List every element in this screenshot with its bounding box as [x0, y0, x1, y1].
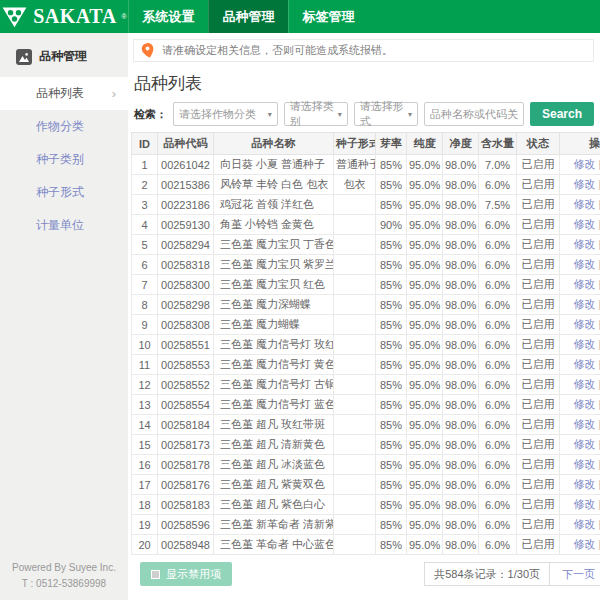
cell-clean: 98.0%	[443, 195, 479, 215]
cell-purity: 95.0%	[407, 535, 443, 555]
edit-link[interactable]: 修改	[574, 178, 596, 190]
cell-actions: 修改 | 禁用	[560, 375, 600, 395]
edit-link[interactable]: 修改	[574, 278, 596, 290]
action-separator: |	[596, 498, 600, 510]
cell-germ: 85%	[376, 155, 407, 175]
cell-germ: 85%	[376, 255, 407, 275]
sidebar-item-seed-type[interactable]: 种子类别	[0, 143, 128, 176]
cell-moisture: 6.0%	[479, 435, 517, 455]
edit-link[interactable]: 修改	[574, 358, 596, 370]
sidebar-menu: 品种列表›作物分类种子类别种子形式计量单位	[0, 77, 128, 242]
edit-link[interactable]: 修改	[574, 258, 596, 270]
search-label: 检索：	[134, 107, 167, 122]
powered-by-text: Powered By Suyee Inc.	[0, 560, 128, 576]
search-button[interactable]: Search	[530, 102, 594, 126]
edit-link[interactable]: 修改	[574, 318, 596, 330]
notice-text: 请准确设定相关信息，否则可能造成系统报错。	[162, 43, 393, 58]
edit-link[interactable]: 修改	[574, 478, 596, 490]
sidebar-item-variety-list[interactable]: 品种列表›	[0, 77, 128, 110]
cell-name: 三色堇 超凡 玫红带斑	[214, 415, 334, 435]
edit-link[interactable]: 修改	[574, 538, 596, 550]
cell-actions: 修改 | 禁用	[560, 455, 600, 475]
cell-purity: 95.0%	[407, 235, 443, 255]
main-content: 请准确设定相关信息，否则可能造成系统报错。 品种列表 检索： 请选择作物分类▾请…	[128, 33, 600, 600]
cell-form	[334, 395, 376, 415]
next-page-button[interactable]: 下一页	[550, 562, 600, 586]
table-row: 1200258552三色堇 魔力信号灯 古铜色85%95.0%98.0%6.0%…	[132, 375, 600, 395]
cell-purity: 95.0%	[407, 315, 443, 335]
select-value: 请选择作物分类	[179, 107, 256, 122]
crop-category-select[interactable]: 请选择作物分类▾	[173, 102, 278, 126]
cell-form: 包衣	[334, 175, 376, 195]
edit-link[interactable]: 修改	[574, 498, 596, 510]
edit-link[interactable]: 修改	[574, 378, 596, 390]
edit-link[interactable]: 修改	[574, 298, 596, 310]
cell-purity: 95.0%	[407, 375, 443, 395]
cell-germ: 85%	[376, 175, 407, 195]
tab-system-settings[interactable]: 系统设置	[128, 0, 208, 33]
column-header-1: 品种代码	[158, 133, 214, 155]
sidebar-section-title: 品种管理	[39, 48, 87, 65]
page-title: 品种列表	[134, 72, 594, 95]
cell-status: 已启用	[517, 495, 560, 515]
cell-germ: 85%	[376, 235, 407, 255]
edit-link[interactable]: 修改	[574, 458, 596, 470]
cell-clean: 98.0%	[443, 335, 479, 355]
cell-id: 7	[132, 275, 158, 295]
cell-code: 00258294	[158, 235, 214, 255]
edit-link[interactable]: 修改	[574, 438, 596, 450]
action-separator: |	[596, 318, 600, 330]
edit-link[interactable]: 修改	[574, 398, 596, 410]
edit-link[interactable]: 修改	[574, 238, 596, 250]
chevron-down-icon: ▾	[338, 110, 342, 119]
cell-actions: 修改 | 禁用	[560, 535, 600, 555]
cell-clean: 98.0%	[443, 215, 479, 235]
cell-name: 三色堇 超凡 清新黄色	[214, 435, 334, 455]
cell-clean: 98.0%	[443, 515, 479, 535]
keyword-input[interactable]	[424, 102, 524, 126]
tab-label-management[interactable]: 标签管理	[288, 0, 368, 33]
edit-link[interactable]: 修改	[574, 418, 596, 430]
variety-table: ID品种代码品种名称种子形式芽率纯度净度含水量状态操作 100261042向日葵…	[131, 132, 600, 555]
cell-actions: 修改 | 禁用	[560, 335, 600, 355]
sidebar-item-seed-form[interactable]: 种子形式	[0, 176, 128, 209]
cell-id: 5	[132, 235, 158, 255]
cell-purity: 95.0%	[407, 175, 443, 195]
tab-variety-management[interactable]: 品种管理	[208, 0, 288, 33]
cell-status: 已启用	[517, 295, 560, 315]
brand-name: SAKATA	[33, 5, 116, 28]
cell-status: 已启用	[517, 235, 560, 255]
cell-id: 14	[132, 415, 158, 435]
sidebar-item-crop-category[interactable]: 作物分类	[0, 110, 128, 143]
cell-moisture: 6.0%	[479, 335, 517, 355]
cell-name: 三色堇 魔力宝贝 丁香色	[214, 235, 334, 255]
sidebar-item-measure-unit[interactable]: 计量单位	[0, 209, 128, 242]
seed-type-select[interactable]: 请选择类别▾	[284, 102, 348, 126]
cell-form	[334, 235, 376, 255]
cell-germ: 85%	[376, 495, 407, 515]
cell-actions: 修改 | 禁用	[560, 495, 600, 515]
cell-id: 4	[132, 215, 158, 235]
edit-link[interactable]: 修改	[574, 158, 596, 170]
cell-name: 角堇 小铃铛 金黄色	[214, 215, 334, 235]
cell-clean: 98.0%	[443, 415, 479, 435]
edit-link[interactable]: 修改	[574, 218, 596, 230]
cell-name: 三色堇 超凡 冰淡蓝色	[214, 455, 334, 475]
cell-actions: 修改 | 禁用	[560, 295, 600, 315]
top-bar: SAKATA ® 系统设置品种管理标签管理	[0, 0, 600, 33]
module-icon	[16, 49, 32, 65]
cell-status: 已启用	[517, 435, 560, 455]
action-separator: |	[596, 378, 600, 390]
edit-link[interactable]: 修改	[574, 518, 596, 530]
cell-status: 已启用	[517, 515, 560, 535]
edit-link[interactable]: 修改	[574, 198, 596, 210]
cell-clean: 98.0%	[443, 315, 479, 335]
seed-form-select[interactable]: 请选择形式▾	[354, 102, 418, 126]
select-value: 请选择形式	[360, 99, 404, 129]
cell-germ: 85%	[376, 315, 407, 335]
cell-moisture: 6.0%	[479, 355, 517, 375]
warning-pin-icon	[140, 42, 155, 59]
edit-link[interactable]: 修改	[574, 338, 596, 350]
nav-tabs: 系统设置品种管理标签管理	[128, 0, 368, 33]
show-disabled-button[interactable]: 显示禁用项	[140, 562, 232, 586]
